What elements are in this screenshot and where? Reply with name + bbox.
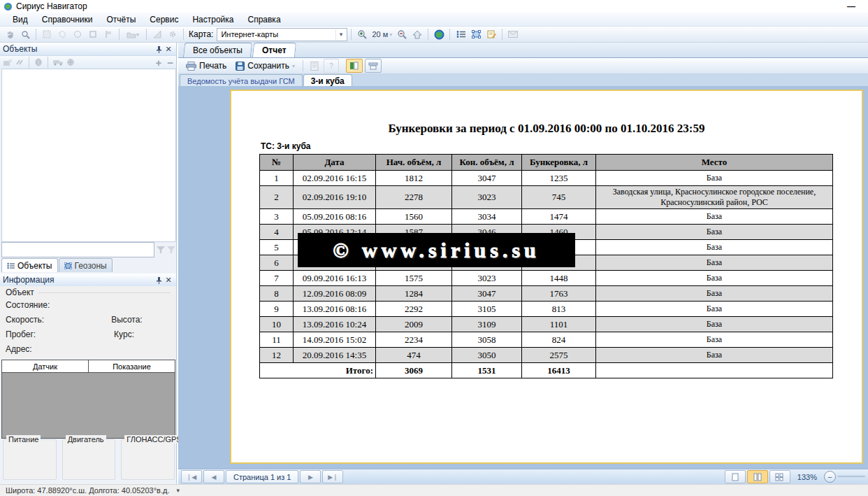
report-viewport[interactable]: Бункеровки за период с 01.09.2016 00:00 … bbox=[178, 86, 868, 469]
tab-all-objects[interactable]: Все объекты bbox=[183, 43, 252, 57]
cell-fuel: 1448 bbox=[522, 271, 596, 286]
main-toolbar: ▾ Карта: Интернет-карты ▾ 20 м ▾ bbox=[0, 27, 868, 43]
filter-apply-icon[interactable] bbox=[157, 246, 165, 253]
select-polygon-icon[interactable] bbox=[55, 28, 69, 41]
table-row: 1220.09.2016 14:3547430502575База bbox=[260, 348, 833, 363]
cell-place: База bbox=[596, 225, 833, 240]
report-view-toggle[interactable] bbox=[346, 59, 363, 73]
glonass-indicator: ГЛОНАСС/GPS bbox=[121, 439, 175, 480]
map-combobox-caret-icon[interactable]: ▾ bbox=[335, 29, 345, 40]
vehicle-icon[interactable] bbox=[53, 59, 64, 66]
fit-width-view-button[interactable] bbox=[747, 470, 768, 483]
select-square-icon[interactable] bbox=[86, 28, 100, 41]
remove-object-icon[interactable]: − bbox=[167, 57, 173, 69]
cell-date: 13.09.2016 08:16 bbox=[294, 302, 376, 317]
cell-num: 11 bbox=[260, 332, 294, 348]
link-objects-icon[interactable] bbox=[15, 59, 24, 66]
cell-end: 3050 bbox=[452, 348, 522, 363]
geozone-flag-icon[interactable] bbox=[101, 28, 115, 41]
next-page-button[interactable]: ▶ bbox=[300, 470, 321, 483]
cell-end: 3047 bbox=[452, 171, 522, 186]
indicator-boxes: Питание Двигатель ГЛОНАСС/GPS bbox=[3, 439, 175, 480]
legend-list-icon[interactable] bbox=[454, 28, 468, 41]
col-end-volume: Кон. объём, л bbox=[452, 155, 522, 171]
cell-start: 474 bbox=[376, 348, 452, 363]
pan-hand-icon[interactable] bbox=[3, 28, 17, 41]
sensor-col-sensor: Датчик bbox=[2, 360, 89, 372]
zoom-out-button[interactable]: − bbox=[824, 471, 836, 483]
globe-icon[interactable] bbox=[432, 28, 446, 41]
select-rect-icon[interactable] bbox=[40, 28, 54, 41]
cell-place: База bbox=[596, 348, 833, 363]
save-dropdown-caret-icon[interactable]: ▾ bbox=[292, 63, 295, 69]
cell-fuel: 745 bbox=[522, 186, 596, 209]
table-row: 709.09.2016 16:13157530231448База bbox=[260, 271, 833, 286]
close-icon[interactable]: ✕ bbox=[164, 275, 173, 285]
coordinates-dropdown-caret-icon[interactable]: ▾ bbox=[176, 487, 180, 494]
menu-servis[interactable]: Сервис bbox=[143, 13, 185, 26]
cell-place: База bbox=[596, 240, 833, 255]
page-setup-icon[interactable] bbox=[308, 59, 321, 73]
tab-report[interactable]: Отчет bbox=[252, 43, 296, 57]
cell-date: 09.09.2016 16:13 bbox=[294, 271, 376, 286]
layers-folder-icon[interactable]: ▾ bbox=[123, 28, 143, 41]
cell-start: 2278 bbox=[376, 186, 452, 209]
filter-input[interactable] bbox=[1, 242, 154, 257]
close-icon[interactable]: ✕ bbox=[164, 44, 173, 54]
total-fuel: 16413 bbox=[522, 363, 596, 378]
add-object-icon[interactable]: + bbox=[155, 57, 161, 69]
tab-geozones[interactable]: Геозоны bbox=[59, 258, 113, 272]
print-preview-toggle[interactable] bbox=[365, 59, 382, 73]
select-circle-icon[interactable] bbox=[71, 28, 85, 41]
filter-clear-icon[interactable] bbox=[167, 246, 175, 253]
last-page-button[interactable]: ▶❘ bbox=[322, 470, 343, 483]
total-place bbox=[596, 363, 833, 378]
zoom-tool-icon[interactable] bbox=[18, 28, 32, 41]
menu-spravka[interactable]: Справка bbox=[240, 13, 287, 26]
status-bar: Широта: 47.88920°с.ш. Долгота: 40.05203°… bbox=[0, 484, 868, 496]
cell-date: 02.09.2016 16:15 bbox=[294, 171, 376, 186]
cell-fuel: 1763 bbox=[522, 286, 596, 302]
left-tab-strip: Объекты Геозоны bbox=[1, 258, 113, 272]
home-view-icon[interactable] bbox=[410, 28, 424, 41]
single-page-view-button[interactable] bbox=[725, 470, 746, 483]
first-page-button[interactable]: ❘◀ bbox=[181, 470, 202, 483]
report-toolbar: Печать Сохранить ▾ ? bbox=[178, 58, 868, 74]
print-button[interactable]: Печать bbox=[182, 60, 230, 71]
menu-otchety[interactable]: Отчёты bbox=[99, 13, 143, 26]
zoom-out-icon[interactable] bbox=[395, 28, 409, 41]
pin-icon[interactable] bbox=[154, 44, 164, 54]
tab-objects[interactable]: Объекты bbox=[1, 258, 58, 272]
edit-notes-icon[interactable] bbox=[484, 28, 498, 41]
map-combobox[interactable]: Интернет-карты ▾ bbox=[217, 28, 347, 41]
menu-vid[interactable]: Вид bbox=[6, 13, 35, 26]
objects-tree[interactable] bbox=[1, 69, 176, 242]
zoom-slider[interactable] bbox=[837, 476, 865, 478]
minimize-button[interactable]: — bbox=[847, 1, 855, 11]
selection-area-icon[interactable] bbox=[469, 28, 483, 41]
show-all-globe-icon[interactable] bbox=[34, 58, 43, 66]
measure-icon[interactable] bbox=[150, 28, 164, 41]
menu-spravochniki[interactable]: Справочники bbox=[35, 13, 100, 26]
cell-num: 10 bbox=[260, 317, 294, 332]
save-button[interactable]: Сохранить ▾ bbox=[232, 60, 298, 71]
save-floppy-icon bbox=[236, 62, 245, 71]
table-row: 202.09.2016 19:1022783023745Заводская ул… bbox=[260, 186, 833, 209]
scale-value: 20 м bbox=[372, 30, 388, 38]
settings-gear-icon[interactable] bbox=[166, 28, 180, 41]
title-bar: Сириус Навигатор — bbox=[0, 0, 868, 13]
col-bunkering: Бункеровка, л bbox=[522, 155, 596, 171]
scale-dropdown[interactable]: 20 м ▾ bbox=[370, 30, 393, 38]
mail-icon[interactable] bbox=[506, 28, 520, 41]
menu-nastroyka[interactable]: Настройка bbox=[185, 13, 240, 26]
multi-page-view-button[interactable] bbox=[769, 470, 790, 483]
add-group-icon[interactable] bbox=[3, 59, 13, 66]
cell-num: 4 bbox=[260, 225, 294, 240]
field-speed-label: Скорость: bbox=[6, 315, 44, 325]
cell-end: 3109 bbox=[452, 317, 522, 332]
pin-icon[interactable] bbox=[154, 275, 164, 285]
prev-page-button[interactable]: ◀ bbox=[203, 470, 224, 483]
zoom-in-icon[interactable] bbox=[355, 28, 369, 41]
track-globe-icon[interactable] bbox=[66, 58, 75, 66]
help-icon[interactable]: ? bbox=[324, 59, 339, 73]
